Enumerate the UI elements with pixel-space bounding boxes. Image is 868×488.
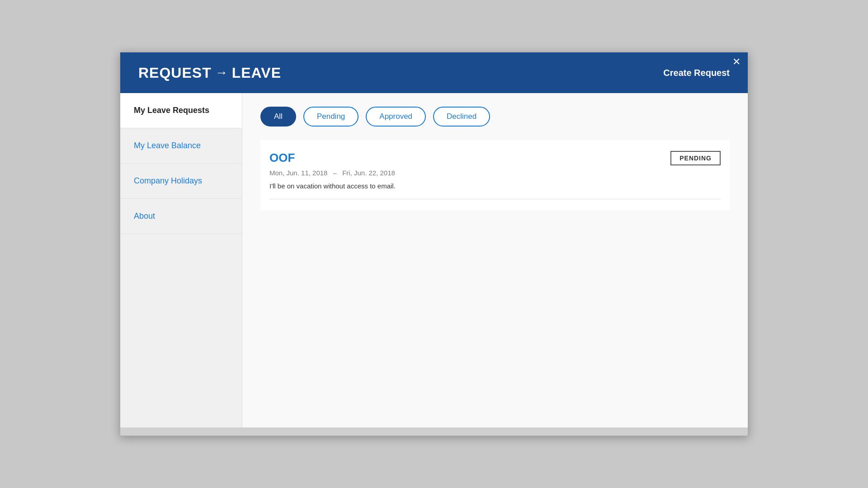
date-separator: – (333, 169, 337, 177)
leave-card-header: OOF PENDING (269, 151, 721, 165)
tab-declined[interactable]: Declined (433, 107, 490, 127)
status-badge: PENDING (670, 151, 721, 165)
body: My Leave Requests My Leave Balance Compa… (120, 93, 748, 427)
tab-pending[interactable]: Pending (303, 107, 359, 127)
sidebar-item-label: My Leave Requests (134, 106, 209, 115)
create-request-button[interactable]: Create Request (663, 68, 730, 78)
main-content: All Pending Approved Declined OOF PENDIN… (242, 93, 748, 427)
sidebar-item-label: About (134, 211, 155, 221)
filter-tabs: All Pending Approved Declined (260, 107, 730, 127)
tab-all[interactable]: All (260, 107, 296, 127)
leave-end-date: Fri, Jun. 22, 2018 (342, 169, 395, 177)
title-part2: LEAVE (232, 65, 281, 81)
modal-container: REQUEST → LEAVE Create Request ✕ My Leav… (120, 52, 748, 436)
tab-approved[interactable]: Approved (366, 107, 426, 127)
sidebar-item-my-leave-balance[interactable]: My Leave Balance (120, 128, 242, 164)
sidebar-item-my-leave-requests[interactable]: My Leave Requests (120, 93, 242, 128)
leave-dates: Mon, Jun. 11, 2018 – Fri, Jun. 22, 2018 (269, 169, 721, 177)
leave-start-date: Mon, Jun. 11, 2018 (269, 169, 327, 177)
footer-bar (120, 427, 748, 436)
leave-title: OOF (269, 151, 295, 165)
card-divider (269, 199, 721, 199)
sidebar-item-company-holidays[interactable]: Company Holidays (120, 164, 242, 199)
title-arrow: → (215, 66, 228, 80)
close-button[interactable]: ✕ (732, 57, 741, 67)
leave-description: I'll be on vacation without access to em… (269, 182, 721, 190)
leave-card: OOF PENDING Mon, Jun. 11, 2018 – Fri, Ju… (260, 140, 730, 210)
sidebar-item-label: Company Holidays (134, 176, 202, 185)
header-title: REQUEST → LEAVE (138, 65, 281, 81)
header: REQUEST → LEAVE Create Request ✕ (120, 52, 748, 93)
sidebar-item-label: My Leave Balance (134, 141, 201, 150)
sidebar: My Leave Requests My Leave Balance Compa… (120, 93, 242, 427)
title-part1: REQUEST (138, 65, 212, 81)
sidebar-item-about[interactable]: About (120, 199, 242, 234)
